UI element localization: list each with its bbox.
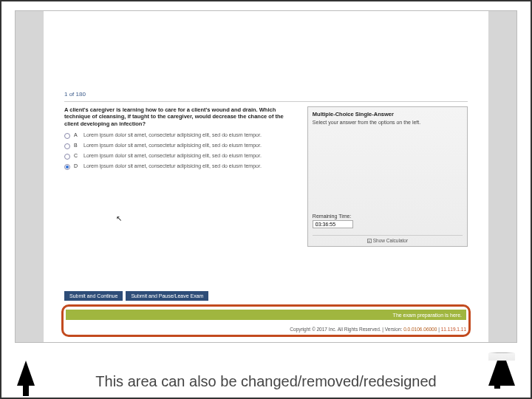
option-letter: B — [74, 143, 80, 148]
option-letter: D — [74, 163, 80, 168]
question-text: A client's caregiver is learning how to … — [64, 106, 297, 127]
progress-indicator: 1 of 180 — [64, 91, 468, 102]
option-text: Lorem ipsum dolor sit amet, consectetur … — [83, 143, 262, 149]
answer-option[interactable]: CLorem ipsum dolor sit amet, consectetur… — [64, 153, 297, 160]
radio-button[interactable] — [64, 143, 70, 149]
radio-button[interactable] — [64, 154, 70, 160]
radio-button[interactable] — [64, 164, 70, 170]
option-letter: C — [74, 153, 80, 158]
answer-option[interactable]: DLorem ipsum dolor sit amet, consectetur… — [64, 163, 297, 170]
option-text: Lorem ipsum dolor sit amet, consectetur … — [83, 163, 262, 170]
submit-pause-button[interactable]: Submit and Pause/Leave Exam — [126, 291, 208, 301]
app-screenshot: 1 of 180 A client's caregiver is learnin… — [15, 10, 517, 343]
answer-option[interactable]: ALorem ipsum dolor sit amet, consectetur… — [64, 132, 297, 139]
sidebar-instruction: Select your answer from the options on t… — [313, 120, 463, 126]
plus-icon: + — [367, 239, 372, 243]
answer-option[interactable]: BLorem ipsum dolor sit amet, consectetur… — [64, 143, 297, 149]
remaining-time-value: 03:36:55 — [313, 220, 353, 228]
submit-continue-button[interactable]: Submit and Continue — [64, 291, 123, 301]
option-text: Lorem ipsum dolor sit amet, consectetur … — [83, 153, 262, 160]
show-calculator-link[interactable]: +Show Calculator — [313, 235, 463, 243]
option-text: Lorem ipsum dolor sit amet, consectetur … — [83, 132, 262, 139]
annotation-caption: This area can also be changed/removed/re… — [1, 373, 531, 390]
radio-button[interactable] — [64, 133, 70, 139]
promo-banner: The exam preparation is here. — [66, 310, 466, 320]
remaining-time-label: Remaining Time: — [313, 214, 463, 219]
copyright-text: Copyright © 2017 Inc. All Rights Reserve… — [290, 327, 466, 332]
sidebar-panel: Multiple-Choice Single-Answer Select you… — [307, 106, 468, 247]
option-letter: A — [74, 132, 80, 137]
sidebar-title: Multiple-Choice Single-Answer — [313, 111, 463, 117]
cursor-icon: ↖ — [116, 214, 122, 222]
